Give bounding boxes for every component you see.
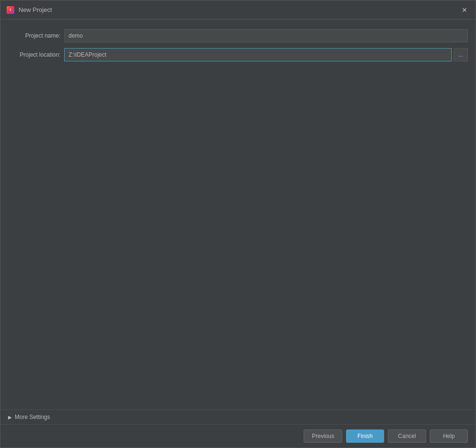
- cancel-button[interactable]: Cancel: [388, 429, 426, 443]
- dialog-footer: Previous Finish Cancel Help: [0, 424, 476, 448]
- dialog-title: New Project: [19, 6, 52, 13]
- browse-button[interactable]: ...: [454, 48, 468, 61]
- project-name-input[interactable]: [64, 29, 468, 42]
- project-name-label: Project name:: [8, 32, 60, 39]
- content-area: Project name: Project location: ...: [0, 20, 476, 219]
- more-settings-arrow-icon: ▶: [8, 415, 12, 420]
- close-button[interactable]: ✕: [459, 5, 470, 15]
- content-spacer: [0, 219, 476, 410]
- app-icon: I: [6, 6, 15, 14]
- title-bar-left: I New Project: [6, 6, 52, 14]
- location-row-inner: ...: [64, 48, 468, 61]
- new-project-dialog: I New Project ✕ Project name: Project lo…: [0, 0, 476, 448]
- project-location-input[interactable]: [64, 48, 452, 61]
- intellij-logo: I: [7, 6, 14, 14]
- project-location-row: Project location: ...: [8, 48, 468, 61]
- title-bar: I New Project ✕: [0, 0, 476, 20]
- more-settings-label: More Settings: [15, 414, 50, 420]
- help-button[interactable]: Help: [430, 429, 468, 443]
- more-settings-section[interactable]: ▶ More Settings: [0, 409, 476, 424]
- project-name-row: Project name:: [8, 29, 468, 42]
- project-location-label: Project location:: [8, 51, 60, 58]
- finish-button[interactable]: Finish: [346, 429, 384, 443]
- previous-button[interactable]: Previous: [304, 429, 342, 443]
